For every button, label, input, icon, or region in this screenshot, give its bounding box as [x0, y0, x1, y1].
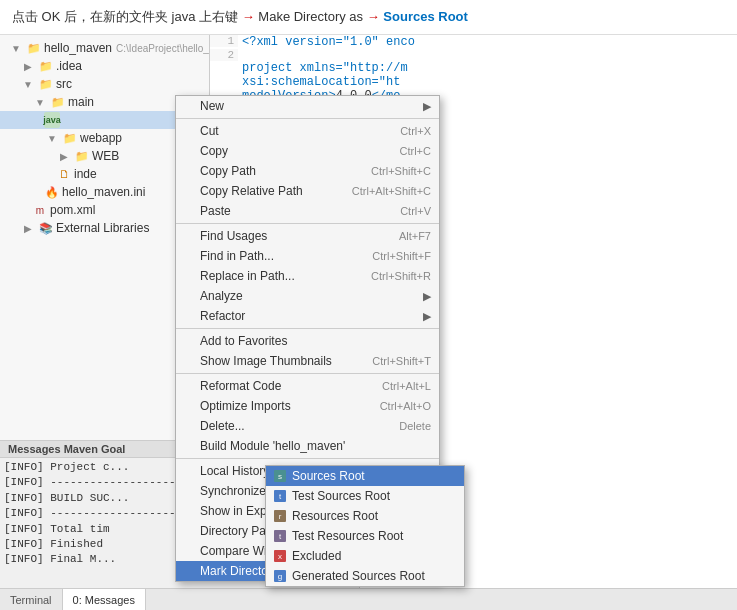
menu-shortcut: Alt+F7 — [399, 230, 431, 242]
submenu-item-generated-sources[interactable]: g Generated Sources Root — [266, 566, 464, 586]
menu-item-new[interactable]: New ▶ — [176, 96, 439, 116]
submenu-arrow: ▶ — [423, 100, 431, 113]
tab-messages[interactable]: 0: Messages — [63, 589, 146, 610]
menu-item-optimize[interactable]: Optimize Imports Ctrl+Alt+O — [176, 396, 439, 416]
menu-item-copy[interactable]: Copy Ctrl+C — [176, 141, 439, 161]
menu-item-reformat[interactable]: Reformat Code Ctrl+Alt+L — [176, 376, 439, 396]
menu-separator — [176, 223, 439, 224]
test-resources-icon: t — [274, 530, 286, 542]
menu-label: Reformat Code — [200, 379, 362, 393]
submenu-arrow: ▶ — [423, 310, 431, 323]
menu-label: Find Usages — [200, 229, 379, 243]
generated-sources-icon: g — [274, 570, 286, 582]
tree-label: pom.xml — [50, 203, 95, 217]
submenu-item-sources-root[interactable]: s Sources Root — [266, 466, 464, 486]
generated-sources-label: Generated Sources Root — [292, 569, 425, 583]
menu-shortcut: Ctrl+Shift+F — [372, 250, 431, 262]
menu-item-replace-in-path[interactable]: Replace in Path... Ctrl+Shift+R — [176, 266, 439, 286]
expand-arrow: ▶ — [20, 58, 36, 74]
menu-separator — [176, 373, 439, 374]
tree-label: External Libraries — [56, 221, 149, 235]
test-sources-label: Test Sources Root — [292, 489, 390, 503]
tree-label: WEB — [92, 149, 119, 163]
menu-label: Delete... — [200, 419, 379, 433]
menu-item-analyze[interactable]: Analyze ▶ — [176, 286, 439, 306]
folder-icon: 📁 — [62, 130, 78, 146]
menu-item-paste[interactable]: Paste Ctrl+V — [176, 201, 439, 221]
tab-terminal[interactable]: Terminal — [0, 589, 63, 610]
menu-label: Copy — [200, 144, 380, 158]
menu-item-show-image[interactable]: Show Image Thumbnails Ctrl+Shift+T — [176, 351, 439, 371]
menu-separator — [176, 118, 439, 119]
tree-label: hello_maven.ini — [62, 185, 145, 199]
menu-item-find-usages[interactable]: Find Usages Alt+F7 — [176, 226, 439, 246]
expand-arrow: ▼ — [20, 76, 36, 92]
menu-item-copy-relative[interactable]: Copy Relative Path Ctrl+Alt+Shift+C — [176, 181, 439, 201]
menu-item-add-favorites[interactable]: Add to Favorites — [176, 331, 439, 351]
lib-icon: 📚 — [38, 220, 54, 236]
menu-separator — [176, 328, 439, 329]
menu-label: Build Module 'hello_maven' — [200, 439, 431, 453]
line-number: 1 — [210, 35, 238, 47]
folder-icon: 📁 — [38, 58, 54, 74]
menu-label: Analyze — [200, 289, 419, 303]
resources-label: Resources Root — [292, 509, 378, 523]
menu-label: New — [200, 99, 419, 113]
tree-label: main — [68, 95, 94, 109]
menu-item-build[interactable]: Build Module 'hello_maven' — [176, 436, 439, 456]
menu-shortcut: Delete — [399, 420, 431, 432]
menu-shortcut: Ctrl+X — [400, 125, 431, 137]
menu-label: Replace in Path... — [200, 269, 351, 283]
menu-shortcut: Ctrl+V — [400, 205, 431, 217]
menu-label: Add to Favorites — [200, 334, 431, 348]
menu-shortcut: Ctrl+Shift+T — [372, 355, 431, 367]
excluded-icon: x — [274, 550, 286, 562]
menu-item-delete[interactable]: Delete... Delete — [176, 416, 439, 436]
menu-label: Cut — [200, 124, 380, 138]
file-icon: 🗋 — [56, 166, 72, 182]
menu-shortcut: Ctrl+Shift+C — [371, 165, 431, 177]
menu-label: Paste — [200, 204, 380, 218]
submenu-item-test-sources-root[interactable]: t Test Sources Root — [266, 486, 464, 506]
expand-arrow: ▶ — [20, 220, 36, 236]
expand-arrow: ▼ — [8, 40, 24, 56]
bottom-tab-bar: Terminal 0: Messages — [0, 588, 737, 610]
menu-shortcut: Ctrl+Shift+R — [371, 270, 431, 282]
tree-label: src — [56, 77, 72, 91]
sources-root-label: Sources Root — [292, 469, 365, 483]
submenu-item-excluded[interactable]: x Excluded — [266, 546, 464, 566]
menu-item-find-in-path[interactable]: Find in Path... Ctrl+Shift+F — [176, 246, 439, 266]
tree-item-idea[interactable]: ▶ 📁 .idea — [0, 57, 209, 75]
tree-path: C:\IdeaProject\hello_maven — [116, 43, 210, 54]
expand-arrow: ▶ — [56, 148, 72, 164]
tree-item-src[interactable]: ▼ 📁 src — [0, 75, 209, 93]
tree-label: .idea — [56, 59, 82, 73]
menu-label: Optimize Imports — [200, 399, 360, 413]
menu-item-refactor[interactable]: Refactor ▶ — [176, 306, 439, 326]
expand-arrow: ▼ — [32, 94, 48, 110]
resources-icon: r — [274, 510, 286, 522]
menu-shortcut: Ctrl+Alt+L — [382, 380, 431, 392]
menu-item-copy-path[interactable]: Copy Path Ctrl+Shift+C — [176, 161, 439, 181]
menu-shortcut: Ctrl+Alt+Shift+C — [352, 185, 431, 197]
tree-item-hello-maven[interactable]: ▼ 📁 hello_maven C:\IdeaProject\hello_mav… — [0, 39, 209, 57]
line-number: 2 — [210, 49, 238, 61]
file-icon: 🔥 — [44, 184, 60, 200]
menu-shortcut: Ctrl+C — [400, 145, 431, 157]
menu-item-cut[interactable]: Cut Ctrl+X — [176, 121, 439, 141]
menu-label: Find in Path... — [200, 249, 352, 263]
folder-icon: 📁 — [38, 76, 54, 92]
instruction-bar: 点击 OK 后，在新的文件夹 java 上右键 → Make Directory… — [0, 0, 737, 35]
tree-label: inde — [74, 167, 97, 181]
tree-label: hello_maven — [44, 41, 112, 55]
code-line: xsi:schemaLocation="ht — [210, 75, 737, 89]
menu-separator — [176, 458, 439, 459]
code-line: 2 — [210, 49, 737, 61]
expand-arrow: ▼ — [44, 130, 60, 146]
menu-label: Copy Path — [200, 164, 351, 178]
submenu-item-resources-root[interactable]: r Resources Root — [266, 506, 464, 526]
maven-icon: m — [32, 202, 48, 218]
test-sources-icon: t — [274, 490, 286, 502]
instruction-text: 点击 OK 后，在新的文件夹 java 上右键 → Make Directory… — [12, 9, 468, 24]
submenu-item-test-resources-root[interactable]: t Test Resources Root — [266, 526, 464, 546]
